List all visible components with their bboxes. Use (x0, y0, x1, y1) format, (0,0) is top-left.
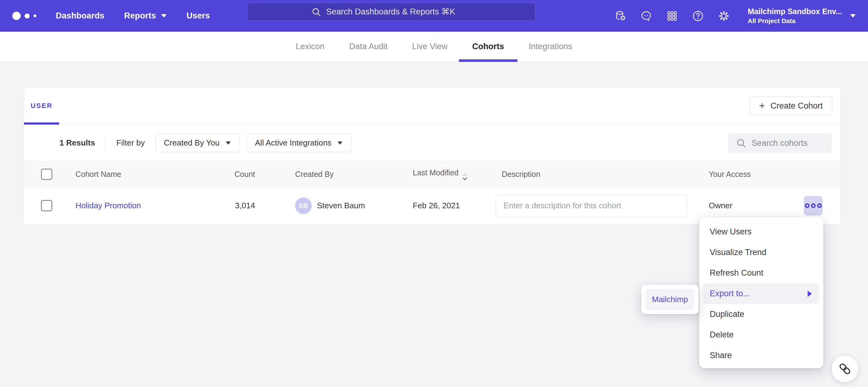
creator-name: Steven Baum (317, 201, 365, 210)
project-switcher[interactable]: Mailchimp Sandbox Env... All Project Dat… (748, 7, 856, 25)
create-cohort-label: Create Cohort (770, 101, 823, 111)
menu-item-visualize-trend[interactable]: Visualize Trend (699, 242, 823, 263)
top-nav-right: Mailchimp Sandbox Env... All Project Dat… (615, 0, 856, 32)
search-icon (312, 7, 321, 16)
mixpanel-logo-icon[interactable] (12, 12, 54, 20)
cohort-name-link[interactable]: Holiday Promotion (75, 201, 141, 210)
menu-item-label: Export to... (710, 289, 750, 298)
description-input[interactable] (496, 195, 687, 217)
project-name: Mailchimp Sandbox Env... (748, 7, 842, 16)
global-search-input[interactable] (326, 7, 471, 16)
integrations-filter-dropdown[interactable]: All Active Integrations (246, 134, 351, 152)
tab-cohorts[interactable]: Cohorts (472, 32, 504, 62)
chevron-down-icon (338, 142, 343, 145)
cohort-search-input[interactable] (751, 138, 826, 148)
tab-data-audit[interactable]: Data Audit (349, 32, 388, 62)
sort-icon[interactable] (462, 174, 468, 180)
nav-item-users[interactable]: Users (186, 11, 210, 21)
chevron-down-icon (161, 14, 167, 17)
help-icon[interactable] (692, 10, 704, 22)
menu-item-refresh-count[interactable]: Refresh Count (699, 263, 823, 283)
menu-item-share[interactable]: Share (699, 345, 823, 366)
project-text: Mailchimp Sandbox Env... All Project Dat… (748, 7, 842, 25)
created-by-filter-dropdown[interactable]: Created By You (155, 134, 239, 152)
select-all-checkbox[interactable] (41, 169, 52, 180)
submenu-item-mailchimp[interactable]: Mailchimp (646, 289, 694, 310)
column-header-cohort-name: Cohort Name (75, 170, 184, 179)
column-header-your-access: Your Access (709, 170, 804, 179)
row-checkbox[interactable] (41, 200, 52, 211)
nav-item-dashboards[interactable]: Dashboards (56, 11, 104, 21)
data-management-icon[interactable] (615, 10, 626, 22)
more-dots-icon (805, 203, 809, 208)
global-search-bar[interactable] (247, 3, 535, 21)
chevron-down-icon (850, 14, 856, 17)
cohort-actions-menu: View Users Visualize Trend Refresh Count… (699, 217, 823, 368)
created-by-cell: SB Steven Baum (295, 198, 413, 214)
copy-link-fab[interactable] (831, 355, 859, 382)
created-by-filter-value: Created By You (164, 138, 220, 148)
column-header-description: Description (496, 170, 709, 179)
column-header-last-modified[interactable]: Last Modified (413, 168, 496, 180)
plus-icon: + (759, 101, 765, 111)
tab-live-view[interactable]: Live View (412, 32, 447, 62)
access-level: Owner (709, 201, 804, 210)
top-nav-items: Dashboards Reports Users (56, 11, 210, 21)
nav-item-label: Dashboards (56, 11, 104, 21)
top-navigation-bar: Dashboards Reports Users (0, 0, 868, 32)
cohort-count: 3,014 (184, 201, 255, 210)
results-count: 1 Results (59, 138, 95, 148)
logo-dot (25, 13, 30, 19)
table-header-row: Cohort Name Count Created By Last Modifi… (24, 161, 840, 187)
column-header-count: Count (184, 170, 255, 179)
tab-integrations[interactable]: Integrations (529, 32, 572, 62)
cohorts-panel: USER + Create Cohort 1 Results Filter by… (24, 87, 841, 224)
avatar: SB (295, 198, 312, 214)
data-management-tabs: Lexicon Data Audit Live View Cohorts Int… (0, 32, 868, 62)
nav-item-label: Reports (124, 11, 156, 21)
nav-item-reports[interactable]: Reports (124, 11, 167, 21)
create-cohort-button[interactable]: + Create Cohort (749, 97, 832, 115)
search-icon (736, 138, 746, 148)
filter-by-label: Filter by (117, 138, 145, 148)
project-scope: All Project Data (748, 17, 842, 25)
submenu-arrow-icon (808, 291, 812, 297)
integrations-filter-value: All Active Integrations (255, 138, 332, 148)
filter-toolbar: 1 Results Filter by Created By You All A… (24, 125, 840, 161)
logo-dot (34, 14, 36, 17)
logo-dot (12, 12, 21, 20)
export-submenu: Mailchimp (641, 285, 699, 314)
chevron-down-icon (226, 142, 231, 145)
menu-item-duplicate[interactable]: Duplicate (699, 304, 823, 324)
menu-item-export-to[interactable]: Export to... (703, 283, 819, 304)
cohorts-page: Dashboards Reports Users (0, 0, 868, 387)
more-dots-icon (811, 203, 816, 208)
panel-header: USER + Create Cohort (24, 87, 840, 125)
tab-lexicon[interactable]: Lexicon (296, 32, 324, 62)
menu-item-delete[interactable]: Delete (699, 324, 823, 345)
nav-item-label: Users (186, 11, 210, 21)
row-actions-menu-button[interactable] (804, 196, 823, 215)
menu-item-view-users[interactable]: View Users (699, 221, 823, 242)
last-modified-date: Feb 26, 2021 (413, 201, 496, 210)
column-header-created-by: Created By (295, 170, 413, 179)
apps-grid-icon[interactable] (666, 10, 678, 22)
more-dots-icon (817, 203, 822, 208)
feedback-icon[interactable] (640, 10, 652, 22)
cohort-search-bar[interactable] (728, 133, 832, 153)
link-icon (838, 362, 852, 376)
tab-user-cohorts[interactable]: USER (24, 87, 59, 124)
settings-gear-icon[interactable] (718, 10, 730, 22)
